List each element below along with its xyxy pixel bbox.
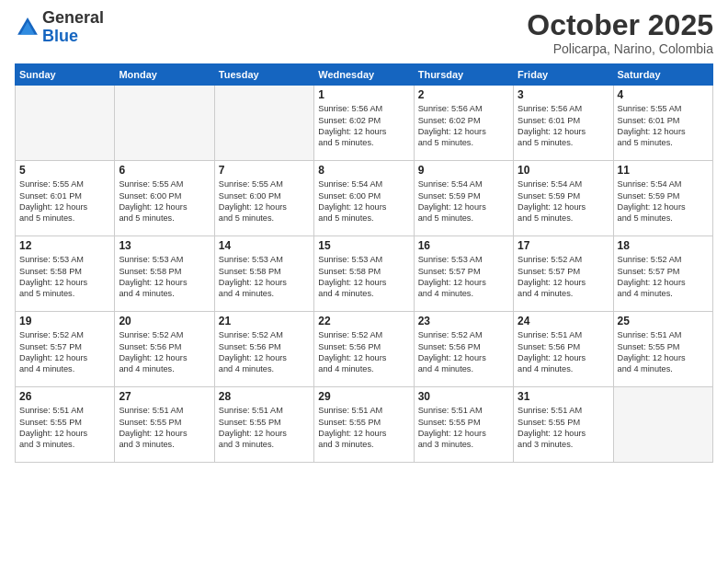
day-info: Sunrise: 5:52 AMSunset: 5:57 PMDaylight:… bbox=[518, 254, 609, 300]
weekday-sunday: Sunday bbox=[16, 64, 115, 86]
day-info: Sunrise: 5:54 AMSunset: 6:00 PMDaylight:… bbox=[318, 178, 409, 224]
day-info: Sunrise: 5:51 AMSunset: 5:55 PMDaylight:… bbox=[318, 405, 409, 451]
day-info: Sunrise: 5:53 AMSunset: 5:58 PMDaylight:… bbox=[19, 254, 110, 300]
day-cell-10: 10Sunrise: 5:54 AMSunset: 5:59 PMDayligh… bbox=[514, 161, 613, 236]
day-number: 19 bbox=[19, 315, 110, 327]
day-cell-14: 14Sunrise: 5:53 AMSunset: 5:58 PMDayligh… bbox=[214, 236, 313, 312]
day-info: Sunrise: 5:53 AMSunset: 5:58 PMDaylight:… bbox=[318, 254, 409, 300]
day-cell-30: 30Sunrise: 5:51 AMSunset: 5:55 PMDayligh… bbox=[414, 387, 513, 463]
week-row-3: 12Sunrise: 5:53 AMSunset: 5:58 PMDayligh… bbox=[16, 236, 713, 312]
day-cell-31: 31Sunrise: 5:51 AMSunset: 5:55 PMDayligh… bbox=[514, 387, 613, 463]
weekday-header-row: SundayMondayTuesdayWednesdayThursdayFrid… bbox=[16, 64, 713, 86]
day-number: 9 bbox=[418, 164, 509, 177]
weekday-saturday: Saturday bbox=[613, 64, 712, 86]
day-info: Sunrise: 5:51 AMSunset: 5:55 PMDaylight:… bbox=[418, 405, 509, 451]
month-title: October 2025 bbox=[527, 9, 713, 41]
day-cell-17: 17Sunrise: 5:52 AMSunset: 5:57 PMDayligh… bbox=[514, 236, 613, 312]
day-cell-2: 2Sunrise: 5:56 AMSunset: 6:02 PMDaylight… bbox=[414, 86, 513, 161]
day-number: 28 bbox=[219, 390, 310, 403]
day-info: Sunrise: 5:52 AMSunset: 5:56 PMDaylight:… bbox=[418, 329, 509, 375]
day-cell-22: 22Sunrise: 5:52 AMSunset: 5:56 PMDayligh… bbox=[314, 312, 414, 387]
day-info: Sunrise: 5:53 AMSunset: 5:57 PMDaylight:… bbox=[418, 254, 509, 300]
weekday-monday: Monday bbox=[115, 64, 214, 86]
week-row-2: 5Sunrise: 5:55 AMSunset: 6:01 PMDaylight… bbox=[16, 161, 713, 236]
day-info: Sunrise: 5:56 AMSunset: 6:01 PMDaylight:… bbox=[518, 103, 609, 149]
day-info: Sunrise: 5:52 AMSunset: 5:57 PMDaylight:… bbox=[618, 254, 709, 300]
logo: General Blue bbox=[15, 9, 104, 46]
page: General Blue October 2025 Policarpa, Nar… bbox=[0, 0, 728, 563]
day-number: 13 bbox=[119, 239, 210, 252]
day-info: Sunrise: 5:51 AMSunset: 5:55 PMDaylight:… bbox=[219, 405, 310, 451]
weekday-tuesday: Tuesday bbox=[214, 64, 313, 86]
day-cell-26: 26Sunrise: 5:51 AMSunset: 5:55 PMDayligh… bbox=[16, 387, 115, 463]
day-cell-27: 27Sunrise: 5:51 AMSunset: 5:55 PMDayligh… bbox=[115, 387, 214, 463]
day-info: Sunrise: 5:51 AMSunset: 5:55 PMDaylight:… bbox=[518, 405, 609, 451]
day-info: Sunrise: 5:54 AMSunset: 5:59 PMDaylight:… bbox=[618, 178, 709, 224]
day-cell-1: 1Sunrise: 5:56 AMSunset: 6:02 PMDaylight… bbox=[314, 86, 414, 161]
week-row-4: 19Sunrise: 5:52 AMSunset: 5:57 PMDayligh… bbox=[16, 312, 713, 387]
day-cell-15: 15Sunrise: 5:53 AMSunset: 5:58 PMDayligh… bbox=[314, 236, 414, 312]
day-cell-6: 6Sunrise: 5:55 AMSunset: 6:00 PMDaylight… bbox=[115, 161, 214, 236]
day-info: Sunrise: 5:56 AMSunset: 6:02 PMDaylight:… bbox=[418, 103, 509, 149]
day-number: 12 bbox=[19, 239, 110, 252]
subtitle: Policarpa, Narino, Colombia bbox=[527, 41, 713, 56]
day-info: Sunrise: 5:51 AMSunset: 5:55 PMDaylight:… bbox=[119, 405, 210, 451]
day-cell-24: 24Sunrise: 5:51 AMSunset: 5:56 PMDayligh… bbox=[514, 312, 613, 387]
day-number: 4 bbox=[618, 88, 709, 101]
day-number: 22 bbox=[318, 315, 409, 327]
day-cell-4: 4Sunrise: 5:55 AMSunset: 6:01 PMDaylight… bbox=[613, 86, 712, 161]
day-cell-9: 9Sunrise: 5:54 AMSunset: 5:59 PMDaylight… bbox=[414, 161, 513, 236]
week-row-1: 1Sunrise: 5:56 AMSunset: 6:02 PMDaylight… bbox=[16, 86, 713, 161]
day-cell-13: 13Sunrise: 5:53 AMSunset: 5:58 PMDayligh… bbox=[115, 236, 214, 312]
day-number: 14 bbox=[219, 239, 310, 252]
day-number: 27 bbox=[119, 390, 210, 403]
day-info: Sunrise: 5:56 AMSunset: 6:02 PMDaylight:… bbox=[318, 103, 409, 149]
day-number: 26 bbox=[19, 390, 110, 403]
day-info: Sunrise: 5:53 AMSunset: 5:58 PMDaylight:… bbox=[119, 254, 210, 300]
title-block: October 2025 Policarpa, Narino, Colombia bbox=[527, 9, 713, 56]
day-cell-20: 20Sunrise: 5:52 AMSunset: 5:56 PMDayligh… bbox=[115, 312, 214, 387]
day-number: 31 bbox=[518, 390, 609, 403]
logo-general: General bbox=[42, 8, 104, 27]
day-info: Sunrise: 5:52 AMSunset: 5:56 PMDaylight:… bbox=[318, 329, 409, 375]
day-cell-11: 11Sunrise: 5:54 AMSunset: 5:59 PMDayligh… bbox=[613, 161, 712, 236]
day-cell-21: 21Sunrise: 5:52 AMSunset: 5:56 PMDayligh… bbox=[214, 312, 313, 387]
empty-cell bbox=[613, 387, 712, 463]
day-info: Sunrise: 5:55 AMSunset: 6:01 PMDaylight:… bbox=[19, 178, 110, 224]
weekday-friday: Friday bbox=[514, 64, 613, 86]
week-row-5: 26Sunrise: 5:51 AMSunset: 5:55 PMDayligh… bbox=[16, 387, 713, 463]
day-cell-19: 19Sunrise: 5:52 AMSunset: 5:57 PMDayligh… bbox=[16, 312, 115, 387]
day-number: 15 bbox=[318, 239, 409, 252]
day-number: 21 bbox=[219, 315, 310, 327]
day-number: 2 bbox=[418, 88, 509, 101]
day-info: Sunrise: 5:54 AMSunset: 5:59 PMDaylight:… bbox=[518, 178, 609, 224]
day-number: 18 bbox=[618, 239, 709, 252]
day-info: Sunrise: 5:52 AMSunset: 5:56 PMDaylight:… bbox=[219, 329, 310, 375]
day-cell-29: 29Sunrise: 5:51 AMSunset: 5:55 PMDayligh… bbox=[314, 387, 414, 463]
empty-cell bbox=[214, 86, 313, 161]
day-number: 24 bbox=[518, 315, 609, 327]
logo-icon bbox=[15, 15, 40, 40]
day-cell-3: 3Sunrise: 5:56 AMSunset: 6:01 PMDaylight… bbox=[514, 86, 613, 161]
day-info: Sunrise: 5:55 AMSunset: 6:01 PMDaylight:… bbox=[618, 103, 709, 149]
day-number: 7 bbox=[219, 164, 310, 177]
day-number: 6 bbox=[119, 164, 210, 177]
weekday-wednesday: Wednesday bbox=[314, 64, 414, 86]
day-info: Sunrise: 5:55 AMSunset: 6:00 PMDaylight:… bbox=[119, 178, 210, 224]
day-number: 16 bbox=[418, 239, 509, 252]
day-cell-23: 23Sunrise: 5:52 AMSunset: 5:56 PMDayligh… bbox=[414, 312, 513, 387]
empty-cell bbox=[16, 86, 115, 161]
header: General Blue October 2025 Policarpa, Nar… bbox=[15, 9, 713, 56]
day-number: 1 bbox=[318, 88, 409, 101]
day-cell-8: 8Sunrise: 5:54 AMSunset: 6:00 PMDaylight… bbox=[314, 161, 414, 236]
day-info: Sunrise: 5:54 AMSunset: 5:59 PMDaylight:… bbox=[418, 178, 509, 224]
logo-blue: Blue bbox=[42, 27, 78, 45]
day-number: 30 bbox=[418, 390, 509, 403]
day-info: Sunrise: 5:51 AMSunset: 5:55 PMDaylight:… bbox=[618, 329, 709, 375]
day-cell-28: 28Sunrise: 5:51 AMSunset: 5:55 PMDayligh… bbox=[214, 387, 313, 463]
day-cell-5: 5Sunrise: 5:55 AMSunset: 6:01 PMDaylight… bbox=[16, 161, 115, 236]
day-cell-16: 16Sunrise: 5:53 AMSunset: 5:57 PMDayligh… bbox=[414, 236, 513, 312]
day-number: 23 bbox=[418, 315, 509, 327]
day-info: Sunrise: 5:51 AMSunset: 5:56 PMDaylight:… bbox=[518, 329, 609, 375]
day-info: Sunrise: 5:52 AMSunset: 5:57 PMDaylight:… bbox=[19, 329, 110, 375]
